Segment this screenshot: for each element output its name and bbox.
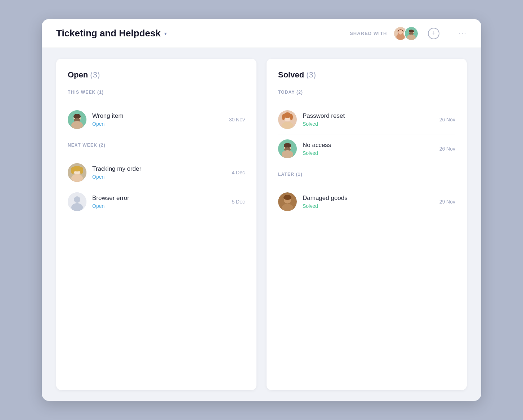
ticket-name: No access — [303, 142, 434, 149]
page-title: Ticketing and Helpdesk — [56, 28, 161, 39]
ticket-date: 29 Nov — [439, 199, 455, 205]
ticket-status: Solved — [303, 203, 434, 209]
ticket-info-browser: Browser error Open — [92, 195, 226, 209]
svg-point-4 — [398, 30, 403, 35]
next-week-label: NEXT WEEK (2) — [68, 143, 245, 148]
ticket-avatar-browser — [68, 192, 86, 211]
next-week-section: NEXT WEEK (2) — [68, 143, 245, 216]
ticket-name: Damaged goods — [303, 195, 434, 202]
dropdown-arrow-icon[interactable]: ▾ — [164, 31, 167, 36]
header-right: SHARED WITH — [350, 26, 467, 41]
section-divider — [68, 100, 245, 100]
ticket-damaged-goods[interactable]: Damaged goods Solved 29 Nov — [278, 187, 455, 216]
ticket-avatar-damaged — [278, 192, 297, 211]
avatar-2 — [404, 26, 419, 41]
ticket-info-no-access: No access Solved — [303, 142, 434, 156]
today-section: TODAY (2) Pa — [278, 90, 455, 163]
section-divider — [278, 182, 455, 182]
ticket-info-damaged: Damaged goods Solved — [303, 195, 434, 209]
svg-point-26 — [284, 112, 291, 118]
shared-with-label: SHARED WITH — [350, 31, 387, 36]
open-column-title: Open (3) — [68, 70, 245, 80]
ticket-avatar-wrong-item — [68, 110, 86, 129]
svg-point-27 — [282, 114, 285, 120]
ticket-info-wrong-item: Wrong item Open — [92, 112, 223, 127]
svg-point-37 — [283, 195, 291, 200]
ticket-date: 26 Nov — [439, 146, 455, 152]
add-shared-button[interactable]: + — [428, 28, 439, 39]
solved-column-title: Solved (3) — [278, 70, 455, 80]
later-section: LATER (1) Damaged goods Solved — [278, 172, 455, 216]
ticket-date: 26 Nov — [439, 117, 455, 122]
svg-point-12 — [73, 114, 81, 119]
ticket-status: Open — [92, 174, 226, 180]
svg-point-32 — [284, 143, 291, 148]
ticket-avatar-tracking — [68, 163, 86, 182]
header-left: Ticketing and Helpdesk ▾ — [56, 28, 167, 39]
today-label: TODAY (2) — [278, 90, 455, 95]
ticket-avatar-password — [278, 110, 297, 129]
ticket-name: Wrong item — [92, 112, 223, 120]
ticket-browser-error[interactable]: Browser error Open 5 Dec — [68, 187, 245, 216]
more-options-button[interactable]: ··· — [459, 29, 467, 37]
ticket-info-password: Password reset Solved — [303, 112, 434, 127]
main-content: Open (3) THIS WEEK (1) — [42, 48, 481, 401]
header-divider — [449, 28, 449, 39]
this-week-section: THIS WEEK (1) Wrong item — [68, 90, 245, 134]
ticket-status: Open — [92, 121, 223, 127]
ticket-status: Open — [92, 203, 226, 209]
ticket-date: 30 Nov — [229, 117, 245, 122]
later-label: LATER (1) — [278, 172, 455, 177]
ticket-name: Tracking my order — [92, 165, 226, 173]
ticket-date: 4 Dec — [232, 170, 245, 175]
ticket-wrong-item[interactable]: Wrong item Open 30 Nov — [68, 105, 245, 134]
this-week-label: THIS WEEK (1) — [68, 90, 245, 95]
svg-point-19 — [80, 167, 83, 174]
ticket-tracking-order[interactable]: Tracking my order Open 4 Dec — [68, 158, 245, 187]
ticket-no-access[interactable]: No access Solved 26 Nov — [278, 134, 455, 163]
ticket-status: Solved — [303, 150, 434, 156]
ticket-date: 5 Dec — [232, 199, 245, 205]
ticket-name: Password reset — [303, 112, 434, 120]
ticket-password-reset[interactable]: Password reset Solved 26 Nov — [278, 105, 455, 134]
ticket-name: Browser error — [92, 195, 226, 202]
app-window: Ticketing and Helpdesk ▾ SHARED WITH — [42, 19, 481, 401]
open-column: Open (3) THIS WEEK (1) — [56, 59, 256, 390]
solved-column: Solved (3) TODAY (2) — [267, 59, 467, 390]
ticket-status: Solved — [303, 121, 434, 127]
ticket-info-tracking: Tracking my order Open — [92, 165, 226, 180]
ticket-avatar-no-access — [278, 139, 297, 158]
section-divider — [68, 153, 245, 153]
svg-point-28 — [290, 114, 293, 120]
section-divider — [278, 100, 455, 100]
header: Ticketing and Helpdesk ▾ SHARED WITH — [42, 19, 481, 48]
svg-point-22 — [74, 196, 80, 203]
svg-point-18 — [71, 167, 75, 174]
avatar-stack — [393, 26, 419, 41]
